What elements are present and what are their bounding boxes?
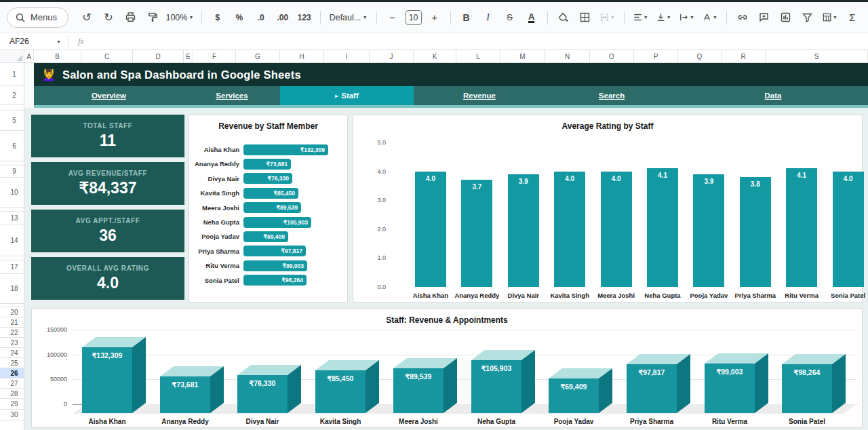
increase-decimal-button[interactable]: .00 (274, 9, 292, 26)
row-header-1[interactable]: 1 (0, 63, 24, 86)
font-size-input[interactable]: 10 (406, 10, 422, 25)
row-header-28[interactable]: 28 (0, 389, 24, 399)
strikethrough-button[interactable]: S (501, 9, 519, 26)
bar: 4.0 (601, 172, 632, 287)
row-header-24[interactable]: 24 (0, 348, 24, 358)
column-header-L[interactable]: L (456, 50, 500, 62)
name-box[interactable]: AF26 ▼ (0, 37, 68, 46)
zoom-select[interactable]: 100% ▼ (165, 9, 195, 26)
tab-label: Revenue (463, 92, 496, 100)
row-header-26[interactable]: 26 (0, 368, 24, 378)
bar-value-label: ₹99,003 (705, 368, 755, 376)
table-views-button[interactable]: ▼ (821, 9, 840, 26)
row-header-9[interactable]: 9 (0, 165, 24, 178)
row-header-30[interactable]: 30 (0, 410, 24, 421)
insert-link-button[interactable] (734, 9, 751, 26)
column-header-P[interactable]: P (634, 50, 678, 62)
format-currency-button[interactable]: $ (209, 9, 226, 26)
column-header-A[interactable]: A (24, 50, 34, 62)
tab-overview[interactable]: Overview (34, 86, 184, 105)
divider (547, 11, 548, 24)
row-header-25[interactable]: 25 (0, 358, 24, 368)
column-header-S[interactable]: S (766, 50, 868, 62)
text-rotation-button[interactable]: ▼ (701, 9, 719, 26)
print-button[interactable] (121, 9, 139, 26)
borders-button[interactable] (576, 9, 594, 26)
column-header-Q[interactable]: Q (678, 50, 722, 62)
fill-color-button[interactable] (555, 9, 572, 26)
row-header-17[interactable]: 17 (0, 260, 24, 274)
column-header-F[interactable]: F (193, 50, 236, 62)
chevron-down-icon: ▼ (56, 39, 61, 44)
y-axis-tick-label: 3.0 (359, 197, 386, 203)
row-header-13[interactable]: 13 (0, 212, 24, 225)
text-wrap-button[interactable]: ▼ (677, 9, 696, 26)
row-header-hidden[interactable] (0, 105, 24, 111)
row-header-27[interactable]: 27 (0, 378, 24, 389)
functions-button[interactable]: Σ (844, 9, 861, 26)
column-header-R[interactable]: R (722, 50, 766, 62)
bar: ₹105,903 (243, 217, 311, 228)
row-header-10[interactable]: 10 (0, 178, 24, 208)
chart-staff-revenue-appointments[interactable]: Staff: Revenue & Appointments15000010000… (31, 309, 863, 428)
select-all-corner[interactable] (0, 50, 24, 62)
insert-comment-button[interactable] (755, 9, 773, 26)
undo-button[interactable]: ↺ (78, 9, 96, 26)
column-header-B[interactable]: B (34, 50, 81, 62)
create-filter-button[interactable] (799, 9, 816, 26)
row-header-hidden[interactable] (0, 421, 24, 430)
bar-3d: ₹73,681 (160, 366, 224, 413)
bar-3d: ₹85,450 (315, 360, 379, 413)
column-header-D[interactable]: D (133, 50, 184, 62)
column-header-K[interactable]: K (414, 50, 456, 62)
row-header-6[interactable]: 6 (0, 131, 24, 161)
column-header-H[interactable]: H (280, 50, 324, 62)
tab-revenue[interactable]: Revenue (414, 86, 545, 105)
decrease-decimal-button[interactable]: .0 (252, 9, 270, 26)
row-header-22[interactable]: 22 (0, 328, 24, 338)
bar: 3.7 (461, 180, 492, 287)
column-header-I[interactable]: I (324, 50, 370, 62)
row-header-2[interactable]: 2 (0, 86, 24, 105)
text-color-button[interactable]: A (523, 9, 540, 26)
column-header-E[interactable]: E (184, 50, 193, 62)
number-format-button[interactable]: 123 (296, 9, 313, 26)
insert-chart-button[interactable] (777, 9, 795, 26)
tab-staff[interactable]: ▸Staff (280, 86, 414, 105)
bar-category-label: Neha Gupta (189, 218, 243, 226)
bar-category-label: Kavita Singh (189, 189, 243, 197)
decrease-font-size-button[interactable]: − (384, 9, 401, 26)
row-header-20[interactable]: 20 (0, 307, 24, 317)
tab-services[interactable]: Services (184, 86, 280, 105)
row-header-21[interactable]: 21 (0, 317, 24, 328)
horizontal-align-button[interactable]: ▼ (631, 9, 650, 26)
row-header-23[interactable]: 23 (0, 338, 24, 348)
row-header-29[interactable]: 29 (0, 399, 24, 410)
redo-button[interactable]: ↻ (100, 9, 117, 26)
vertical-align-button[interactable]: ▼ (654, 9, 673, 26)
row-header-18[interactable]: 18 (0, 274, 24, 304)
bar-value-label: ₹132,309 (82, 351, 132, 359)
format-percent-button[interactable]: % (231, 9, 248, 26)
row-header-5[interactable]: 5 (0, 111, 24, 131)
chart-average-rating-by-staff[interactable]: Average Rating by Staff5.04.03.02.01.00.… (353, 115, 863, 302)
column-header-C[interactable]: C (81, 50, 133, 62)
column-header-O[interactable]: O (590, 50, 634, 62)
italic-button[interactable]: I (479, 9, 497, 26)
menus-search-button[interactable]: Menus (7, 7, 68, 28)
font-select[interactable]: Defaul... ▼ (328, 9, 370, 26)
merge-cells-button[interactable]: ▼ (598, 9, 617, 26)
increase-font-size-button[interactable]: + (426, 9, 443, 26)
chart-revenue-by-staff[interactable]: Revenue by Staff MemberAisha Khan₹132,30… (189, 115, 348, 302)
tab-data[interactable]: Data (678, 86, 868, 105)
bar-value-label: ₹105,903 (283, 219, 308, 226)
bar-row: Divya Nair₹76,330 (189, 172, 347, 186)
column-header-J[interactable]: J (370, 50, 414, 62)
tab-search[interactable]: Search (545, 86, 678, 105)
paint-format-button[interactable] (143, 9, 161, 26)
column-header-N[interactable]: N (545, 50, 590, 62)
row-header-14[interactable]: 14 (0, 225, 24, 256)
column-header-G[interactable]: G (236, 50, 280, 62)
column-header-M[interactable]: M (500, 50, 545, 62)
bold-button[interactable]: B (458, 9, 475, 26)
